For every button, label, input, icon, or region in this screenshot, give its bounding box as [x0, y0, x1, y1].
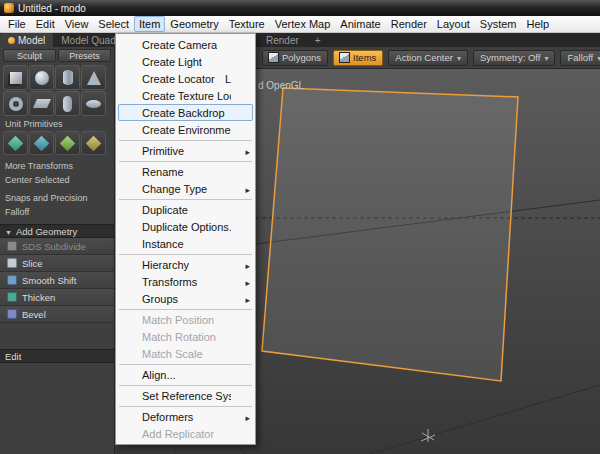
menu-item[interactable]: Deformers [116, 408, 255, 425]
capsule-icon[interactable] [55, 91, 80, 116]
unit-primitive-icon-4[interactable] [81, 131, 106, 155]
menubar-item[interactable]: Geometry [165, 16, 223, 32]
geometry-tool-button[interactable]: Thicken [0, 289, 114, 306]
viewport-dropdown[interactable]: Falloff [560, 50, 600, 66]
viewport-dropdown-label: Falloff [567, 52, 593, 63]
menu-item[interactable]: Primitive [116, 142, 255, 159]
toolbox-tab-button[interactable]: Presets [58, 49, 111, 62]
modo-app-icon[interactable] [4, 3, 14, 13]
menu-item[interactable]: Set Reference System [116, 387, 255, 404]
geometry-tool-label: SDS Subdivide [22, 241, 86, 252]
unit-primitive-icon-1[interactable] [3, 131, 28, 155]
menu-item[interactable]: Align... [116, 366, 255, 383]
menu-item[interactable]: Create Backdrop [118, 104, 253, 121]
viewport-dropdown[interactable]: Symmetry: Off [473, 50, 556, 66]
toolbox-tab-button[interactable]: Sculpt [3, 49, 56, 62]
geometry-tool-button[interactable]: Bevel [0, 306, 114, 323]
geometry-tool-icon [7, 292, 17, 302]
layout-tab-label: Model [18, 35, 45, 46]
menu-item[interactable]: Create Camera [116, 36, 255, 53]
layout-tab[interactable]: + [307, 33, 329, 47]
menubar-item[interactable]: Texture [224, 16, 270, 32]
geometry-tool-button[interactable]: SDS Subdivide [0, 238, 114, 255]
menu-item[interactable]: Groups [116, 290, 255, 307]
menu-item[interactable]: Hierarchy [116, 256, 255, 273]
unit-primitive-icon-3[interactable] [55, 131, 80, 155]
menu-item-label: Primitive [142, 145, 184, 157]
viewport-mode-label: Polygons [282, 52, 321, 63]
snap-rows: Snaps and PrecisionFalloff [3, 191, 111, 219]
layout-tabs-right: Render + [258, 33, 329, 47]
menu-item[interactable]: Duplicate [116, 201, 255, 218]
torus-icon[interactable] [3, 91, 28, 116]
toolbox-row[interactable]: Center Selected [3, 173, 111, 187]
viewport-mode-button[interactable]: Polygons [262, 50, 328, 66]
menu-separator [116, 404, 255, 408]
menubar-item[interactable]: Render [386, 16, 432, 32]
menu-item[interactable]: Create Environment [116, 121, 255, 138]
menu-item[interactable]: Match Scale [116, 345, 255, 362]
geometry-tool-button[interactable]: Smooth Shift [0, 272, 114, 289]
menu-item[interactable]: Transforms [116, 273, 255, 290]
sphere-icon[interactable] [29, 65, 54, 90]
geometry-tool-label: Slice [22, 258, 43, 269]
menu-item[interactable]: Create Locator L [116, 70, 255, 87]
unit-primitive-icon-2[interactable] [29, 131, 54, 155]
menubar-item[interactable]: Layout [432, 16, 475, 32]
menubar-item[interactable]: Select [93, 16, 134, 32]
menu-item[interactable]: Change Type [116, 180, 255, 197]
menu-item[interactable]: Match Position [116, 311, 255, 328]
titlebar[interactable]: Untitled - modo [0, 0, 600, 16]
menu-separator [116, 252, 255, 256]
layout-tab[interactable]: Model Quad [53, 33, 123, 47]
layout-tab-label: + [315, 35, 321, 46]
edit-header[interactable]: Edit [0, 349, 114, 363]
menu-item[interactable]: Create Light [116, 53, 255, 70]
add-geometry-header[interactable]: Add Geometry [0, 224, 114, 238]
layout-tab[interactable]: Model [0, 33, 53, 47]
cube-icon[interactable] [3, 65, 28, 90]
edit-header-label: Edit [5, 351, 21, 362]
menubar-item[interactable]: Animate [335, 16, 385, 32]
toolbox-row[interactable]: Snaps and Precision [3, 191, 111, 205]
menu-separator [116, 362, 255, 366]
menu-item-label: Align... [142, 369, 176, 381]
menu-item[interactable]: Rename [116, 163, 255, 180]
menu-item[interactable]: Add Replicator [116, 425, 255, 442]
menu-separator [116, 383, 255, 387]
menubar-item[interactable]: System [475, 16, 522, 32]
viewport-dropdown[interactable]: Action Center [388, 50, 468, 66]
menubar-item[interactable]: Edit [31, 16, 60, 32]
menubar-item[interactable]: Help [522, 16, 555, 32]
geometry-tool-label: Smooth Shift [22, 275, 76, 286]
menu-item[interactable]: Match Rotation [116, 328, 255, 345]
toolbox-row[interactable]: More Transforms [3, 159, 111, 173]
geometry-tool-label: Thicken [22, 292, 55, 303]
menu-item[interactable]: Create Texture Locator [116, 87, 255, 104]
menu-item[interactable]: Instance [116, 235, 255, 252]
menubar-item[interactable]: Vertex Map [270, 16, 336, 32]
cylinder-icon[interactable] [55, 65, 80, 90]
toolbox-row[interactable]: Falloff [3, 205, 111, 219]
viewport-mode-button[interactable]: Items [333, 50, 383, 66]
geometry-tool-icon [7, 241, 17, 251]
cone-icon[interactable] [81, 65, 106, 90]
menubar-item[interactable]: View [60, 16, 94, 32]
geometry-tool-button[interactable]: Slice [0, 255, 114, 272]
plane-icon[interactable] [29, 91, 54, 116]
menubar-item[interactable]: Item [134, 16, 165, 32]
menu-item[interactable]: Duplicate Options... [116, 218, 255, 235]
menu-item-shortcut: L [225, 73, 239, 85]
menu-item-label: Duplicate [142, 204, 188, 216]
backdrop-plane[interactable] [262, 88, 518, 381]
layout-tab[interactable]: Render [258, 33, 307, 47]
submenu-arrow-icon [239, 183, 250, 195]
geometry-tool-icon [7, 275, 17, 285]
cube-mode-icon [340, 53, 349, 62]
layout-tab-bar: Model Model Quad Render + [0, 33, 600, 47]
menu-item-label: Create Camera [142, 39, 217, 51]
menu-item-label: Create Backdrop [142, 107, 225, 119]
menu-separator [116, 138, 255, 142]
disc-icon[interactable] [81, 91, 106, 116]
menubar-item[interactable]: File [3, 16, 31, 32]
